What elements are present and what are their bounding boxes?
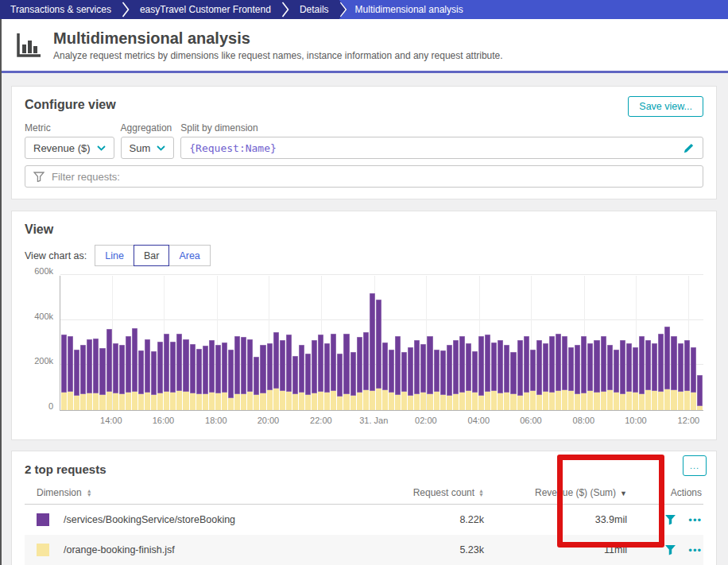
chart-bar[interactable] (626, 343, 633, 410)
chart-bar[interactable] (389, 350, 395, 410)
filter-requests-input[interactable]: Filter requests: (25, 165, 703, 188)
chart-bar[interactable] (453, 340, 459, 410)
chart-bar[interactable] (620, 340, 626, 410)
breadcrumb-item-service[interactable]: easyTravel Customer Frontend (130, 0, 281, 19)
chart-bar[interactable] (549, 336, 556, 410)
pencil-icon[interactable] (683, 142, 695, 154)
chart-bar[interactable] (491, 342, 498, 410)
chart-mode-bar-button[interactable]: Bar (134, 245, 169, 266)
chart-bar[interactable] (408, 347, 414, 410)
chart-bar[interactable] (176, 334, 183, 410)
chart-plot[interactable] (60, 276, 703, 411)
chart-mode-area-button[interactable]: Area (168, 245, 210, 266)
chart-bar[interactable] (241, 337, 247, 410)
chart-bar[interactable] (556, 334, 562, 410)
chart-bar[interactable] (357, 337, 363, 410)
chart-bar[interactable] (151, 351, 157, 410)
column-header-revenue[interactable]: Revenue ($) (Sum)▼ (484, 487, 627, 498)
chart-bar[interactable] (203, 346, 209, 410)
dimension-value[interactable]: /services/BookingService/storeBooking (64, 514, 235, 525)
chart-bar[interactable] (607, 345, 614, 410)
chart-bar[interactable] (260, 345, 266, 410)
chart-bar[interactable] (222, 342, 228, 410)
chart-bar[interactable] (382, 342, 389, 410)
chart-bar[interactable] (652, 343, 658, 410)
chart-bar[interactable] (170, 342, 176, 410)
chart-bar[interactable] (312, 340, 318, 410)
chart-bar[interactable] (299, 345, 305, 410)
filter-action-icon[interactable] (664, 544, 676, 555)
chart-bar[interactable] (645, 340, 652, 410)
chart-bar[interactable] (280, 340, 286, 410)
chart-bar[interactable] (331, 334, 337, 410)
chart-bar[interactable] (119, 345, 126, 410)
chart-bar[interactable] (267, 343, 273, 410)
chart-bar[interactable] (228, 350, 234, 410)
chart-bar[interactable] (196, 349, 203, 410)
chart-bar[interactable] (93, 339, 99, 410)
chart-bar[interactable] (292, 356, 299, 410)
chart-bar[interactable] (639, 336, 645, 410)
chart-bar[interactable] (395, 336, 401, 410)
chart-bar[interactable] (581, 336, 587, 410)
breadcrumb-item-multidimensional[interactable]: Multidimensional analysis (339, 0, 728, 19)
chart-bar[interactable] (697, 375, 703, 410)
chart-bar[interactable] (530, 350, 536, 410)
chart-bar[interactable] (106, 329, 113, 410)
chart-bar[interactable] (74, 350, 80, 410)
chart-bar[interactable] (190, 344, 196, 410)
chart-bar[interactable] (684, 340, 691, 410)
chart-bar[interactable] (568, 347, 575, 410)
chart-bar[interactable] (305, 354, 312, 410)
chart-bar[interactable] (234, 336, 241, 410)
chart-bar[interactable] (524, 336, 530, 410)
chart-bar[interactable] (414, 340, 420, 410)
chart-bar[interactable] (562, 336, 568, 410)
chart-mode-line-button[interactable]: Line (95, 245, 134, 266)
chart-bar[interactable] (485, 335, 491, 410)
chart-bar[interactable] (209, 340, 215, 410)
chart-bar[interactable] (587, 343, 594, 410)
chart-bar[interactable] (183, 339, 189, 410)
save-view-button[interactable]: Save view... (628, 96, 703, 117)
table-row[interactable]: /services/BookingService/storeBooking 8.… (25, 505, 703, 535)
chart-bar[interactable] (350, 352, 357, 410)
chart-bar[interactable] (132, 328, 138, 410)
chart-bar[interactable] (343, 334, 350, 410)
column-header-dimension[interactable]: Dimension ▲▼ (25, 487, 365, 498)
chart-bar[interactable] (633, 347, 639, 410)
chart-bar[interactable] (658, 334, 664, 410)
chart-bar[interactable] (337, 354, 343, 410)
chart-bar[interactable] (401, 352, 408, 410)
chart-bar[interactable] (80, 345, 87, 410)
chart-bar[interactable] (459, 336, 466, 410)
chart-bar[interactable] (145, 339, 151, 410)
chart-bar[interactable] (61, 335, 68, 410)
chart-bar[interactable] (254, 357, 260, 410)
row-more-actions-icon[interactable]: ••• (688, 544, 702, 556)
chart-bar[interactable] (113, 343, 119, 410)
metric-select[interactable]: Revenue ($) (25, 137, 114, 159)
chart-bar[interactable] (164, 334, 170, 410)
chart-bar[interactable] (286, 335, 292, 410)
chart-bar[interactable] (138, 350, 145, 410)
dimension-value[interactable]: /orange-booking-finish.jsf (64, 544, 175, 555)
table-row[interactable]: /orange-booking-finish.jsf 5.23k 11mil •… (25, 535, 703, 565)
breadcrumb-item-details[interactable]: Details (289, 0, 339, 19)
chart-bar[interactable] (543, 343, 549, 410)
chart-bar[interactable] (215, 345, 222, 410)
chart-bar[interactable] (324, 343, 331, 410)
chart-bar[interactable] (447, 345, 453, 410)
chart-bar[interactable] (126, 336, 132, 410)
chart-bar[interactable] (536, 340, 543, 410)
more-options-button[interactable]: ... (683, 455, 707, 476)
chart-bar[interactable] (504, 345, 510, 410)
chart-bar[interactable] (614, 350, 620, 410)
breadcrumb-item-transactions[interactable]: Transactions & services (0, 0, 122, 19)
chart-bar[interactable] (510, 352, 517, 410)
chart-bar[interactable] (363, 332, 370, 410)
row-more-actions-icon[interactable]: ••• (688, 514, 702, 526)
aggregation-select[interactable]: Sum (121, 137, 175, 159)
split-dimension-input[interactable]: {Request:Name} (180, 137, 703, 159)
chart-bar[interactable] (427, 336, 433, 410)
